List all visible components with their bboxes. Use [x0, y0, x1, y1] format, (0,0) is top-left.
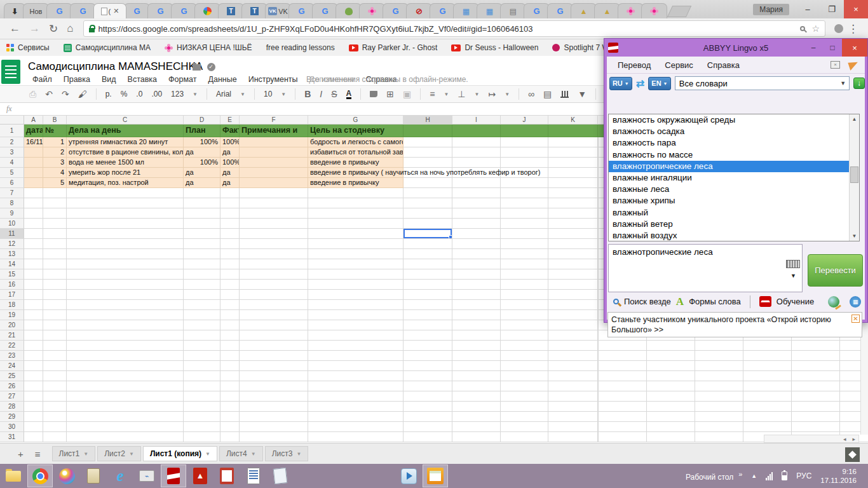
cell-J23[interactable] [501, 351, 548, 361]
cell-H22[interactable] [403, 341, 452, 351]
insert-chart-button[interactable] [560, 91, 569, 98]
cell-K2[interactable] [548, 137, 598, 147]
decrease-decimal-button[interactable]: .0 [136, 90, 142, 98]
cell-A6[interactable] [24, 178, 43, 188]
cell-B16[interactable] [43, 280, 67, 290]
cell-G21[interactable] [308, 330, 403, 341]
cell-A4[interactable] [24, 158, 43, 168]
cell-A3[interactable] [24, 147, 43, 158]
cell-A25[interactable] [24, 371, 43, 381]
cell-G6[interactable]: введение в привычку [308, 178, 403, 188]
cell-E24[interactable] [220, 361, 240, 371]
globe-pencil-icon[interactable] [828, 296, 839, 308]
word-item[interactable]: влажность по массе [609, 149, 859, 161]
cell-K30[interactable] [548, 422, 598, 432]
extension-icon[interactable] [834, 24, 843, 33]
source-language-button[interactable]: RU▼ [609, 77, 632, 90]
cell-E23[interactable] [220, 351, 240, 361]
cell-F18[interactable] [240, 300, 308, 310]
cell-E9[interactable] [220, 208, 240, 219]
cell-G17[interactable] [308, 290, 403, 300]
word-item[interactable]: влажный [609, 207, 859, 219]
cell-B21[interactable] [43, 330, 67, 341]
cell-J14[interactable] [501, 259, 548, 269]
cell-G28[interactable] [308, 402, 403, 412]
row-header-15[interactable]: 15 [0, 269, 24, 280]
cell-F2[interactable] [240, 137, 308, 147]
cell-I11[interactable] [452, 229, 501, 239]
cell-J9[interactable] [501, 208, 548, 219]
cell-G25[interactable] [308, 371, 403, 381]
cell-A15[interactable] [24, 269, 43, 280]
column-header-J[interactable]: J [501, 116, 548, 125]
word-item[interactable]: влажные ингаляции [609, 172, 859, 184]
cell-D30[interactable] [184, 422, 220, 432]
lingvo-close-button[interactable]: × [842, 39, 867, 57]
cell-A30[interactable] [24, 422, 43, 432]
cell-J21[interactable] [501, 330, 548, 341]
row-header-12[interactable]: 12 [0, 239, 24, 249]
explore-button[interactable] [845, 447, 860, 462]
font-size-select[interactable]: 10 [264, 90, 272, 98]
cell-F1[interactable]: Примечания и [240, 125, 308, 137]
lingvo-menu-servis[interactable]: Сервис [659, 58, 699, 72]
cell-F4[interactable] [240, 158, 308, 168]
cell-E25[interactable] [220, 371, 240, 381]
row-header-6[interactable]: 6 [0, 178, 24, 188]
cell-E8[interactable] [220, 198, 240, 208]
row-header-26[interactable]: 26 [0, 381, 24, 391]
cell-C30[interactable] [67, 422, 184, 432]
increase-decimal-button[interactable]: .00 [151, 90, 162, 98]
row-header-31[interactable]: 31 [0, 432, 24, 442]
cell-K15[interactable] [548, 269, 598, 280]
cell-J28[interactable] [501, 402, 548, 412]
cell-D25[interactable] [184, 371, 220, 381]
cell-J8[interactable] [501, 198, 548, 208]
browser-tab[interactable] [194, 3, 220, 18]
menu-данные[interactable]: Данные [203, 74, 241, 85]
cell-I18[interactable] [452, 300, 501, 310]
cell-H25[interactable] [403, 371, 452, 381]
browser-tab-active[interactable]: (✕ [93, 3, 126, 18]
cell-G1[interactable]: Цель на стодневку [308, 125, 403, 137]
cell-K17[interactable] [548, 290, 598, 300]
tutor-icon[interactable] [759, 296, 771, 307]
taskbar-app-pdf[interactable]: ▲ [187, 464, 213, 487]
cell-K20[interactable] [548, 320, 598, 330]
cell-H12[interactable] [403, 239, 452, 249]
cell-K8[interactable] [548, 198, 598, 208]
cell-F9[interactable] [240, 208, 308, 219]
tab-close-icon[interactable]: ✕ [113, 7, 119, 15]
cell-H17[interactable] [403, 290, 452, 300]
cell-E2[interactable]: 100% [220, 137, 240, 147]
cell-I7[interactable] [452, 188, 501, 198]
browser-tab[interactable]: G [547, 3, 573, 18]
cell-B13[interactable] [43, 249, 67, 259]
cell-B8[interactable] [43, 198, 67, 208]
row-header-30[interactable]: 30 [0, 422, 24, 432]
cell-K29[interactable] [548, 412, 598, 422]
taskbar-app-explorer[interactable] [1, 464, 26, 487]
cell-B29[interactable] [43, 412, 67, 422]
keyboard-dropdown-icon[interactable]: ▼ [790, 273, 796, 279]
cell-G13[interactable] [308, 249, 403, 259]
download-dictionaries-button[interactable]: ↓ [853, 78, 865, 89]
cell-E11[interactable] [220, 229, 240, 239]
cell-C28[interactable] [67, 402, 184, 412]
cell-A28[interactable] [24, 402, 43, 412]
format-percent-button[interactable]: % [121, 90, 128, 98]
cell-A12[interactable] [24, 239, 43, 249]
address-bar[interactable]: https://docs.google.com/spreadsheets/d/1… [83, 20, 825, 37]
minimize-button[interactable]: – [796, 2, 820, 17]
search-everywhere-icon[interactable] [613, 299, 619, 304]
row-header-28[interactable]: 28 [0, 402, 24, 412]
strikethrough-button[interactable]: S [331, 89, 337, 99]
cell-E10[interactable] [220, 219, 240, 229]
cell-B6[interactable]: 5 [43, 178, 67, 188]
cell-I4[interactable] [452, 158, 501, 168]
row-header-22[interactable]: 22 [0, 341, 24, 351]
row-header-13[interactable]: 13 [0, 249, 24, 259]
bookmark-item[interactable]: Dr Seuss - Halloween [451, 43, 538, 52]
star-icon[interactable]: ☆ [178, 62, 186, 72]
cell-K9[interactable] [548, 208, 598, 219]
